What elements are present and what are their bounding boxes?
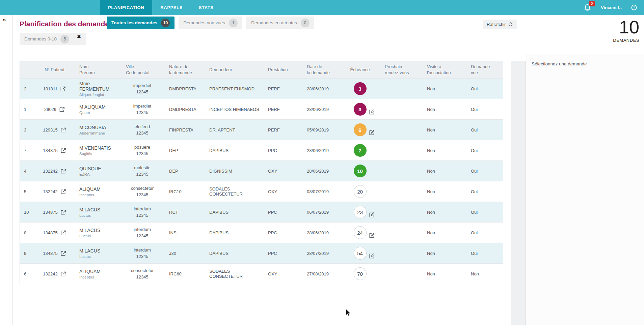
patient-firstname: Quam: [79, 111, 121, 115]
external-link-icon[interactable]: [60, 86, 66, 92]
demandes-counter-label: DEMANDES: [613, 38, 639, 43]
table-row[interactable]: 10 134875 M LACUS Luctus interdum 12345 …: [20, 202, 503, 222]
tab-planification[interactable]: PLANIFICATION: [100, 0, 152, 15]
user-name[interactable]: Vincent L.: [601, 5, 622, 10]
nature-cell: J30: [163, 243, 204, 263]
patient-number: 101811: [43, 86, 57, 91]
filter-label: Toutes les demandes: [111, 20, 157, 25]
filter-toutes-les-demandes[interactable]: Toutes les demandes 10: [107, 17, 175, 29]
ville: molestie: [121, 165, 163, 171]
expand-sidebar-button[interactable]: »: [0, 15, 12, 23]
refresh-icon: [508, 22, 513, 27]
table-row[interactable]: 3 129315 M CONUBIA Abderrahmane eleifend…: [20, 119, 503, 140]
table-row[interactable]: 9 134875 M LACUS Luctus interdum 12345 J…: [20, 243, 503, 263]
tab-stats[interactable]: STATS: [191, 0, 222, 15]
external-link-icon[interactable]: [60, 189, 66, 195]
echeance-cell: 70: [341, 264, 379, 284]
edit-icon[interactable]: [369, 212, 375, 218]
demandes-table: N° Patient NomPrénom VilleCode postal Na…: [20, 61, 503, 284]
table-row[interactable]: 6 132242 ALIQUAM Inceptos consectetur 12…: [20, 263, 503, 284]
notifications-button[interactable]: 2: [583, 3, 592, 12]
ville-cell: interdum 12345: [121, 202, 163, 222]
top-navigation-bar: PLANIFICATION RAPPELS STATS 2 Vincent L.: [0, 0, 644, 15]
table-row[interactable]: 5 132242 ALIQUAM Inceptos consectetur 12…: [20, 181, 503, 202]
tab-rappels[interactable]: RAPPELS: [152, 0, 191, 15]
filter-label: Demandes en attentes: [251, 20, 297, 25]
patient-lastname: M LACUS: [79, 248, 121, 254]
ville-cell: eleifend 12345: [121, 120, 163, 140]
applied-filter-row: Demandes 0-10 5 ✖: [20, 33, 86, 45]
power-icon[interactable]: [630, 4, 638, 11]
demande-vue-cell: Oui: [465, 181, 503, 202]
echeance-cell: 20: [341, 181, 379, 202]
demandes-counter-value: 10: [613, 17, 639, 37]
patient-firstname: Aliquet-feugiat: [79, 93, 121, 97]
edit-icon[interactable]: [369, 129, 375, 136]
patient-lastname: ALIQUAM: [79, 186, 121, 192]
external-link-icon[interactable]: [60, 127, 66, 133]
demandeur-cell: SODALES CONSECTETUR: [204, 181, 261, 202]
detail-panel: Sélectionnez une demande: [526, 53, 644, 325]
external-link-icon[interactable]: [59, 107, 65, 112]
table-row[interactable]: 1 29029 M ALIQUAM Quam imperdiet 12345 D…: [20, 99, 503, 119]
echeance-cell: 6: [341, 120, 379, 140]
demande-vue-cell: Oui: [465, 202, 503, 222]
column-header-prochain-rdv: Prochainrendez-vous: [379, 64, 422, 76]
patient-number-cell: 134875: [35, 223, 74, 243]
patient-lastname: ALIQUAM: [79, 269, 121, 274]
demandeur-cell: PRAESENT EUISMOD: [204, 79, 261, 99]
table-scrollbar-track[interactable]: [511, 61, 526, 325]
prestation-cell: OXY: [261, 181, 300, 202]
filter-count-badge: 0: [301, 19, 310, 27]
external-link-icon[interactable]: [60, 250, 66, 256]
prochain-rdv-cell: [379, 140, 422, 160]
ville-cell: imperdiet 12345: [121, 99, 163, 119]
applied-filter-count-badge: 5: [60, 35, 69, 43]
filter-demandes-en-attentes[interactable]: Demandes en attentes 0: [246, 17, 314, 29]
applied-filter-label: Demandes 0-10: [24, 36, 57, 41]
echeance-cell: 3: [341, 99, 379, 119]
date-demande-cell: 05/09/2019: [300, 120, 341, 140]
date-demande-cell: 28/06/2019: [300, 140, 341, 160]
demande-vue-cell: Oui: [465, 243, 503, 263]
patient-name-cell: ALIQUAM Inceptos: [74, 181, 121, 202]
external-link-icon[interactable]: [60, 209, 66, 215]
demandeur-cell: DIGNISSIM: [204, 161, 261, 181]
external-link-icon[interactable]: [60, 271, 66, 277]
demandeur-cell: SODALES CONSECTETUR: [204, 264, 261, 284]
demande-vue-cell: Oui: [465, 79, 503, 99]
table-row[interactable]: 8 134875 M LACUS Luctus interdum 12345 I…: [20, 222, 503, 243]
table-row[interactable]: 4 132242 QUISQUE EZRA molestie 12345 DEP…: [20, 160, 503, 181]
date-demande-cell: 28/06/2019: [300, 99, 341, 119]
applied-filter-demandes-0-10[interactable]: Demandes 0-10 5 ✖: [20, 33, 86, 45]
filter-demandes-non-vues[interactable]: Demandes non vues 1: [179, 17, 242, 29]
code-postal: 12345: [121, 171, 163, 178]
patient-name-cell: M ALIQUAM Quam: [74, 99, 121, 119]
edit-icon[interactable]: [369, 253, 375, 259]
ville-cell: interdum 12345: [121, 223, 163, 243]
ville-cell: consectetur 12345: [121, 264, 163, 284]
code-postal: 12345: [121, 274, 163, 280]
echeance-badge: 7: [354, 144, 367, 157]
demande-vue-cell: Oui: [465, 161, 503, 181]
table-row[interactable]: 2 101811 Mme FERMENTUM Aliquet-feugiat i…: [20, 78, 503, 99]
patient-name-cell: M LACUS Luctus: [74, 243, 121, 263]
remove-filter-button[interactable]: ✖: [77, 34, 81, 39]
demande-vue-cell: Oui: [465, 120, 503, 140]
patient-number-cell: 101811: [35, 79, 74, 99]
edit-icon[interactable]: [369, 109, 375, 115]
edit-icon[interactable]: [369, 232, 375, 239]
ville: consectetur: [121, 267, 163, 274]
header-band: Planification des demandes Toutes les de…: [12, 15, 644, 53]
patient-lastname: M LACUS: [79, 228, 121, 233]
visite-association-cell: Non: [422, 99, 465, 119]
external-link-icon[interactable]: [60, 230, 66, 236]
external-link-icon[interactable]: [60, 148, 66, 153]
refresh-button[interactable]: Rafraîchir: [483, 20, 517, 29]
patient-number-cell: 129315: [35, 120, 74, 140]
external-link-icon[interactable]: [60, 168, 66, 174]
visite-association-cell: Non: [422, 243, 465, 263]
table-row[interactable]: 7 134875 M VENENATIS Sagittis posuere 12…: [20, 140, 503, 160]
patient-name-cell: ALIQUAM Inceptos: [74, 264, 121, 284]
nav-right-group: 2 Vincent L.: [583, 0, 638, 15]
